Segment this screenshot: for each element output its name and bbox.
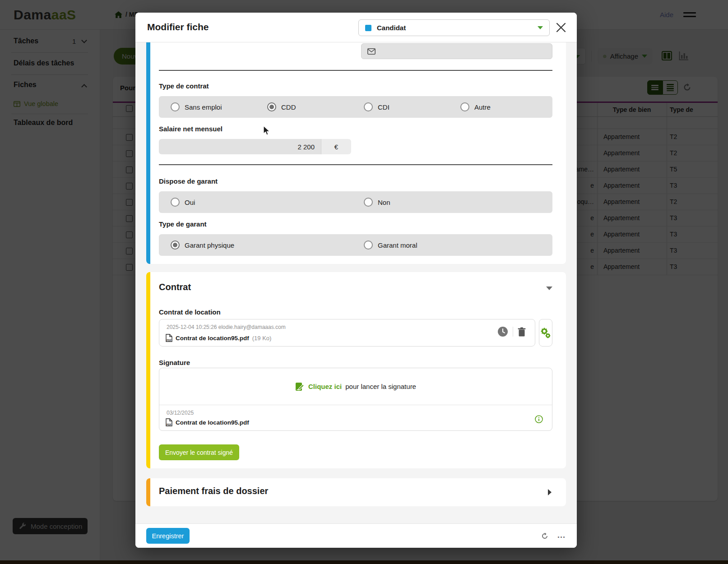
radio-icon [171, 198, 180, 207]
field-divider [159, 164, 552, 165]
signature-link-rest: pour lancer la signature [345, 383, 416, 390]
modal-title: Modifier fiche [147, 22, 209, 32]
section-color-bar-blue [146, 42, 150, 264]
guarantor-type-label: Type de garant [159, 220, 207, 228]
mouse-cursor [263, 125, 270, 136]
radio-option-autre[interactable]: Autre [460, 96, 491, 118]
section-color-bar-yellow [146, 272, 150, 468]
salary-input-group: 2 200 € [159, 139, 351, 154]
salary-label: Salaire net mensuel [159, 125, 223, 133]
contrat-location-label: Contrat de location [159, 308, 221, 316]
radio-selected-icon [171, 240, 180, 250]
paiement-section[interactable]: Paiement frais de dossier [146, 478, 566, 506]
section-color-bar-orange [146, 478, 150, 506]
pdf-file-icon: PDF [166, 334, 172, 342]
send-signed-contract-button[interactable]: Envoyer le contrat signé [159, 444, 239, 460]
envelope-icon [367, 48, 376, 55]
modal-header: Modifier fiche Candidat [135, 13, 577, 42]
radio-option-garant-physique[interactable]: Garant physique [171, 234, 234, 256]
paiement-section-title: Paiement frais de dossier [159, 486, 268, 496]
radio-option-cdd[interactable]: CDD [267, 96, 296, 118]
signed-file-date: 03/12/2025 [167, 410, 194, 416]
signature-box: Cliquez ici pour lancer la signature 03/… [159, 368, 552, 431]
salary-input[interactable]: 2 200 [159, 139, 321, 154]
file-name[interactable]: Contrat de location95.pdf [176, 335, 249, 342]
radio-icon [460, 102, 469, 111]
more-options-icon[interactable]: … [557, 530, 566, 540]
guarantor-radio-group: Oui Non [159, 191, 552, 213]
record-type-label: Candidat [377, 24, 532, 32]
contract-type-label: Type de contrat [159, 82, 209, 90]
radio-icon [364, 198, 373, 207]
radio-icon [364, 102, 373, 111]
signed-file-name[interactable]: Contrat de location95.pdf [176, 419, 249, 426]
signature-pen-icon [295, 382, 305, 391]
svg-text:PDF: PDF [167, 423, 172, 426]
record-type-dropdown[interactable]: Candidat [358, 19, 550, 36]
signature-label: Signature [159, 359, 190, 366]
svg-text:PDF: PDF [167, 339, 172, 342]
radio-option-garant-moral[interactable]: Garant moral [364, 234, 417, 256]
modifier-fiche-modal: Modifier fiche Candidat Type de contrat … [135, 13, 577, 548]
modal-body: Type de contrat Sans emploi CDD CDI Autr… [135, 42, 577, 523]
candidat-section: Type de contrat Sans emploi CDD CDI Autr… [146, 42, 566, 264]
caret-down-icon [538, 26, 543, 29]
radio-option-cdi[interactable]: CDI [364, 96, 390, 118]
salary-unit: € [321, 139, 351, 154]
save-button[interactable]: Enregistrer [146, 528, 190, 544]
file-size: (19 Ko) [252, 335, 272, 342]
modal-footer: Enregistrer … [135, 523, 577, 548]
file-upload-meta: 2025-12-04 10:25:26 elodie.hairy@damaaas… [167, 324, 286, 330]
signature-link[interactable]: Cliquez ici [308, 383, 342, 390]
radio-selected-icon [267, 102, 276, 111]
icon-divider [513, 327, 513, 337]
pdf-file-icon: PDF [166, 418, 172, 426]
contrat-section-title: Contrat [159, 282, 191, 292]
expand-section-icon[interactable] [548, 489, 552, 495]
delete-trash-icon[interactable] [518, 327, 526, 337]
radio-option-oui[interactable]: Oui [171, 191, 195, 213]
refresh-icon[interactable] [541, 532, 549, 540]
radio-icon [364, 240, 373, 250]
field-divider [159, 70, 552, 71]
contract-type-radio-group: Sans emploi CDD CDI Autre [159, 96, 552, 118]
close-icon[interactable] [555, 22, 567, 33]
gears-icon [540, 327, 551, 339]
radio-icon [171, 102, 180, 111]
contract-file-item[interactable]: 2025-12-04 10:25:26 elodie.hairy@damaaas… [159, 319, 535, 347]
email-field[interactable] [361, 43, 552, 59]
history-clock-icon[interactable] [497, 326, 508, 337]
radio-option-non[interactable]: Non [364, 191, 390, 213]
file-settings-button[interactable] [539, 319, 552, 347]
collapse-section-icon[interactable] [546, 287, 552, 290]
record-type-color-swatch [365, 25, 371, 31]
guarantor-label: Dispose de garant [159, 177, 218, 185]
radio-option-sans-emploi[interactable]: Sans emploi [171, 96, 222, 118]
contrat-section: Contrat Contrat de location 2025-12-04 1… [146, 272, 566, 468]
launch-signature-action[interactable]: Cliquez ici pour lancer la signature [159, 368, 552, 405]
guarantor-type-radio-group: Garant physique Garant moral [159, 234, 552, 256]
app-root: DamaaaS / MD Aide Tâches 1 Délais des tâ… [0, 0, 728, 564]
info-icon[interactable] [535, 415, 543, 423]
